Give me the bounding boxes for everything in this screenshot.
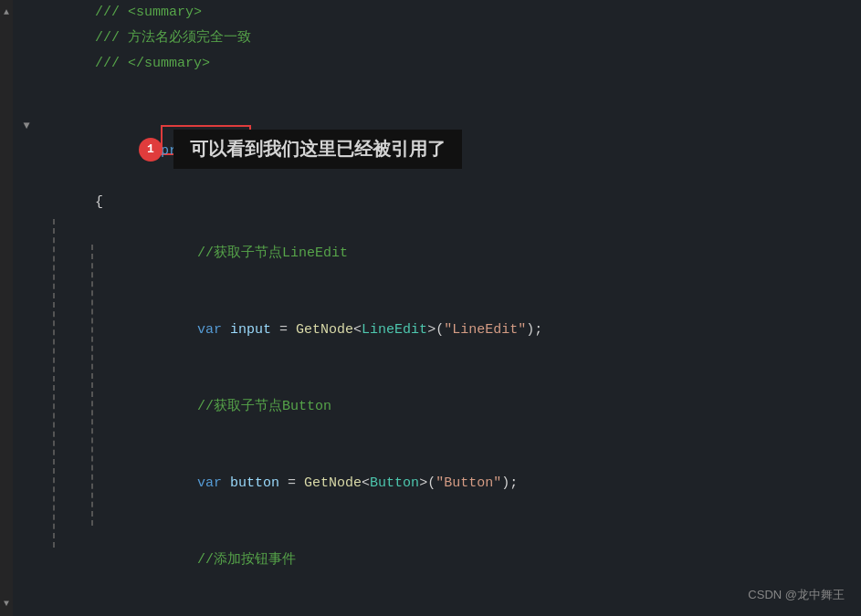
code-line-7: //获取子节点LineEdit [13,215,861,292]
number-badge: 1 [139,138,163,162]
line-content-6: { [40,190,861,215]
code-line-2: /// 方法名必须完全一致 [13,26,861,51]
line-content-12: button.Text = $"input.Text:{input.Text}"… [40,599,861,616]
code-line-12: button.Text = $"input.Text:{input.Text}"… [13,599,861,616]
tooltip-box: 可以看到我们这里已经被引用了 [173,130,462,169]
line-content-10: var button = GetNode<Button>("Button"); [40,445,861,522]
callout-overlay: 1 可以看到我们这里已经被引用了 [37,130,462,169]
code-line-3: /// </summary> [13,51,861,77]
code-line-10: var button = GetNode<Button>("Button"); [13,445,861,522]
line-content-7: //获取子节点LineEdit [40,215,861,292]
fold-arrow-5[interactable]: ▼ [23,113,29,139]
line-content-8: var input = GetNode<LineEdit>("LineEdit"… [40,292,861,369]
line-content-1: /// <summary> [40,0,861,26]
line-content-9: //获取子节点Button [40,369,861,445]
code-line-4: 1 个引用 [13,77,861,113]
left-scrollbar: ▲ ▼ [0,0,13,616]
line-content-2: /// 方法名必须完全一致 [40,26,861,51]
watermark: CSDN @龙中舞王 [748,587,845,603]
code-line-11: //添加按钮事件 [13,522,861,599]
line-content-3: /// </summary> [40,51,861,77]
code-line-9: //获取子节点Button [13,369,861,445]
code-line-1: /// <summary> [13,0,861,26]
scroll-down-arrow[interactable]: ▼ [4,599,9,609]
editor-container: ▲ ▼ /// <summary> /// 方法名必须完全一致 /// </su… [0,0,861,616]
code-line-8: var input = GetNode<LineEdit>("LineEdit"… [13,292,861,369]
code-line-6: { [13,190,861,215]
scroll-up-arrow[interactable]: ▲ [4,7,9,17]
line-content-11: //添加按钮事件 [40,522,861,599]
code-body: /// <summary> /// 方法名必须完全一致 /// </summar… [13,0,861,616]
